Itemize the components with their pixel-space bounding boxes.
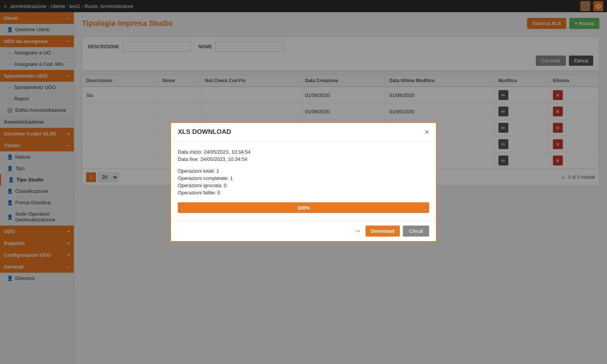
stat-fallite: Operazioni fallite: 0 bbox=[178, 190, 429, 196]
stat-totali-label: Operazioni totali: bbox=[178, 168, 215, 174]
stat-completate-label: Operazioni completate: bbox=[178, 175, 229, 181]
modal-overlay: XLS DOWNLOAD × Data inizio: 24/05/2023, … bbox=[0, 0, 607, 364]
modal-stats: Operazioni totali: 1 Operazioni completa… bbox=[178, 168, 429, 196]
data-inizio-row: Data inizio: 24/05/2023, 10:34:54 bbox=[178, 149, 429, 155]
stat-fallite-label: Operazioni fallite: bbox=[178, 190, 216, 196]
data-inizio-val: 24/05/2023, 10:34:54 bbox=[204, 149, 251, 155]
download-button[interactable]: Download bbox=[366, 226, 400, 237]
data-fine-row: Data fine: 24/05/2023, 10:34:54 bbox=[178, 156, 429, 162]
data-inizio-label: Data inizio: bbox=[178, 149, 202, 155]
stat-ignorata-label: Operazioni ignorata: bbox=[178, 183, 222, 188]
progress-bar-wrap: 100% bbox=[178, 202, 429, 213]
modal-footer: → Download Chiudi bbox=[171, 221, 436, 241]
modal-body: Data inizio: 24/05/2023, 10:34:54 Data f… bbox=[171, 141, 436, 221]
data-fine-val: 24/05/2023, 10:34:54 bbox=[200, 156, 247, 162]
xls-download-modal: XLS DOWNLOAD × Data inizio: 24/05/2023, … bbox=[170, 122, 437, 242]
progress-label: 100% bbox=[297, 205, 310, 211]
stat-totali: Operazioni totali: 1 bbox=[178, 168, 429, 174]
modal-close-button[interactable]: × bbox=[425, 128, 429, 136]
stat-ignorata: Operazioni ignorata: 0 bbox=[178, 183, 429, 188]
chiudi-button[interactable]: Chiudi bbox=[403, 226, 429, 237]
data-fine-label: Data fine: bbox=[178, 156, 199, 162]
arrow-indicator: → bbox=[354, 227, 361, 235]
stat-completate: Operazioni completate: 1 bbox=[178, 175, 429, 181]
progress-bar-fill: 100% bbox=[178, 202, 429, 213]
modal-title: XLS DOWNLOAD bbox=[178, 128, 231, 136]
modal-header: XLS DOWNLOAD × bbox=[171, 123, 436, 141]
